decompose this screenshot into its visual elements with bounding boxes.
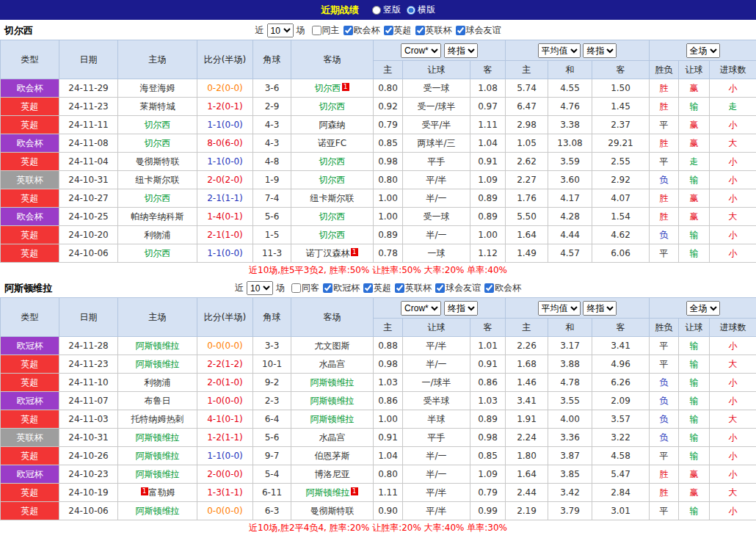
checkbox-input[interactable]	[415, 26, 425, 35]
team-link[interactable]: 阿斯顿维拉	[136, 359, 180, 369]
score-cell[interactable]: 2-1(1-0)	[197, 226, 253, 244]
team-link[interactable]: 曼彻斯特联	[310, 506, 355, 516]
checkbox-input[interactable]	[435, 283, 445, 293]
home-team-cell[interactable]: 切尔西	[118, 116, 197, 134]
away-team-cell[interactable]: 阿森纳	[291, 116, 374, 134]
score-cell[interactable]: 2-0(0-0)	[197, 465, 253, 484]
league-filter-欧会杯[interactable]: 欧会杯	[484, 282, 521, 294]
away-team-cell[interactable]: 水晶宫	[291, 429, 374, 447]
away-team-cell[interactable]: 博洛尼亚	[291, 465, 374, 484]
team-link[interactable]: 帕纳辛纳科斯	[131, 211, 184, 222]
home-team-cell[interactable]: 阿斯顿维拉	[118, 447, 197, 465]
league-filter-欧冠杯[interactable]: 欧冠杯	[323, 282, 360, 294]
home-team-cell[interactable]: 布鲁日	[118, 392, 197, 410]
league-filter-英联杯[interactable]: 英联杯	[395, 282, 432, 294]
team-link[interactable]: 切尔西	[145, 138, 171, 148]
team-link[interactable]: 富勒姆	[149, 487, 175, 498]
score-cell[interactable]: 1-4(0-1)	[197, 208, 253, 226]
odds-company-select[interactable]: Crow*	[401, 43, 441, 58]
checkbox-input[interactable]	[363, 283, 373, 293]
away-team-cell[interactable]: 伯恩茅斯	[291, 447, 374, 465]
team-link[interactable]: 切尔西	[319, 156, 346, 167]
checkbox-input[interactable]	[395, 283, 404, 293]
checkbox-input[interactable]	[344, 26, 353, 35]
team-link[interactable]: 尤文图斯	[315, 341, 350, 351]
team-link[interactable]: 托特纳姆热刺	[131, 414, 184, 424]
avg-stage-select[interactable]: 终指	[583, 301, 617, 316]
checkbox-input[interactable]	[484, 283, 494, 293]
score-cell[interactable]: 1-1(0-0)	[197, 116, 253, 134]
team-link[interactable]: 博洛尼亚	[315, 469, 350, 479]
team-link[interactable]: 阿斯顿维拉	[310, 414, 355, 424]
league-filter-球会友谊[interactable]: 球会友谊	[435, 282, 481, 294]
score-cell[interactable]: 2-1(1-1)	[197, 189, 253, 208]
home-team-cell[interactable]: 阿斯顿维拉	[118, 465, 197, 484]
league-filter-球会友谊[interactable]: 球会友谊	[456, 24, 501, 37]
home-team-cell[interactable]: 曼彻斯特联	[118, 153, 197, 171]
home-team-cell[interactable]: 切尔西	[118, 189, 197, 208]
away-team-cell[interactable]: 阿斯顿维拉	[291, 374, 374, 392]
score-cell[interactable]: 0-2(0-0)	[197, 79, 253, 98]
home-team-cell[interactable]: 托特纳姆热刺	[118, 410, 197, 429]
team-link[interactable]: 切尔西	[315, 83, 341, 93]
home-team-cell[interactable]: 阿斯顿维拉	[118, 355, 197, 374]
recent-count-select[interactable]: 10	[267, 23, 294, 37]
checkbox-input[interactable]	[456, 26, 465, 35]
team-link[interactable]: 切尔西	[145, 248, 171, 258]
away-team-cell[interactable]: 切尔西	[291, 153, 374, 171]
team-link[interactable]: 切尔西	[145, 120, 171, 130]
score-cell[interactable]: 1-1(0-0)	[197, 244, 253, 263]
team-link[interactable]: 纽卡斯尔联	[310, 193, 355, 203]
avg-source-select[interactable]: 平均值	[538, 43, 581, 58]
home-team-cell[interactable]: 纽卡斯尔联	[118, 171, 197, 189]
score-cell[interactable]: 0-0(0-0)	[197, 337, 253, 355]
away-team-cell[interactable]: 诺丁汉森林1	[291, 244, 374, 263]
league-filter-英超[interactable]: 英超	[384, 24, 412, 37]
score-cell[interactable]: 1-0(0-0)	[197, 392, 253, 410]
team-link[interactable]: 伯恩茅斯	[315, 451, 350, 461]
team-link[interactable]: 阿斯顿维拉	[136, 506, 180, 516]
score-cell[interactable]: 1-1(0-0)	[197, 447, 253, 465]
score-cell[interactable]: 1-2(0-1)	[197, 98, 253, 116]
team-link[interactable]: 阿森纳	[319, 120, 346, 130]
home-team-cell[interactable]: 阿斯顿维拉	[118, 429, 197, 447]
away-team-cell[interactable]: 切尔西	[291, 171, 374, 189]
away-team-cell[interactable]: 阿斯顿维拉	[291, 392, 374, 410]
home-team-cell[interactable]: 利物浦	[118, 374, 197, 392]
league-filter-同客[interactable]: 同客	[291, 282, 319, 294]
home-team-cell[interactable]: 利物浦	[118, 226, 197, 244]
odds-stage-select[interactable]: 终指	[444, 43, 478, 58]
away-team-cell[interactable]: 纽卡斯尔联	[291, 189, 374, 208]
away-team-cell[interactable]: 水晶宫	[291, 355, 374, 374]
team-link[interactable]: 纽卡斯尔联	[136, 175, 180, 185]
score-cell[interactable]: 4-1(0-1)	[197, 410, 253, 429]
team-link[interactable]: 阿斯顿维拉	[136, 469, 180, 479]
away-team-cell[interactable]: 诺亚FC	[291, 134, 374, 153]
checkbox-input[interactable]	[323, 283, 332, 293]
away-team-cell[interactable]: 切尔西1	[291, 79, 374, 98]
team-link[interactable]: 阿斯顿维拉	[306, 487, 350, 498]
team-link[interactable]: 切尔西	[319, 211, 346, 222]
layout-radio-vertical[interactable]: 竖版	[372, 4, 401, 16]
team-link[interactable]: 水晶宫	[319, 359, 346, 369]
home-team-cell[interactable]: 1富勒姆	[118, 484, 197, 502]
league-filter-同主[interactable]: 同主	[312, 24, 340, 37]
vertical-radio-input[interactable]	[372, 6, 381, 15]
team-link[interactable]: 阿斯顿维拉	[136, 432, 180, 443]
layout-radio-horizontal[interactable]: 横版	[407, 4, 435, 16]
team-link[interactable]: 曼彻斯特联	[136, 156, 180, 167]
checkbox-input[interactable]	[291, 283, 301, 293]
team-link[interactable]: 阿斯顿维拉	[136, 341, 180, 351]
home-team-cell[interactable]: 帕纳辛纳科斯	[118, 208, 197, 226]
team-link[interactable]: 阿斯顿维拉	[310, 377, 355, 388]
away-team-cell[interactable]: 切尔西	[291, 98, 374, 116]
home-team-cell[interactable]: 海登海姆	[118, 79, 197, 98]
checkbox-input[interactable]	[384, 26, 393, 35]
team-link[interactable]: 布鲁日	[145, 396, 171, 406]
team-link[interactable]: 利物浦	[145, 230, 171, 240]
league-filter-英联杯[interactable]: 英联杯	[415, 24, 452, 37]
team-link[interactable]: 切尔西	[319, 101, 346, 112]
score-cell[interactable]: 2-0(1-0)	[197, 374, 253, 392]
league-filter-英超[interactable]: 英超	[363, 282, 391, 294]
team-link[interactable]: 利物浦	[145, 377, 171, 388]
